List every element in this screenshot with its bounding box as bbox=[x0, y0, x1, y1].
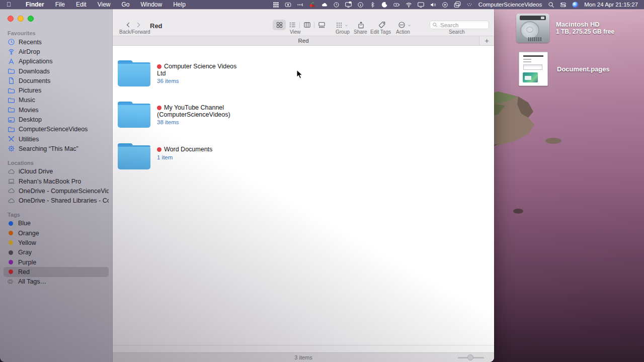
red-tag-dot-icon bbox=[9, 269, 13, 274]
sidebar-item-pictures[interactable]: Pictures bbox=[4, 85, 109, 95]
info-circle-icon[interactable] bbox=[355, 0, 367, 9]
more-bars-icon[interactable] bbox=[294, 0, 306, 9]
sidebar-item-airdrop[interactable]: AirDrop bbox=[4, 47, 109, 56]
sidebar-tag-blue[interactable]: Blue bbox=[4, 219, 109, 228]
moon-icon[interactable] bbox=[379, 0, 391, 9]
sidebar-item-documents[interactable]: Documents bbox=[4, 76, 109, 85]
sidebar-item-all-tags[interactable]: All Tags… bbox=[4, 277, 109, 287]
zoom-button[interactable] bbox=[28, 16, 34, 22]
folder-icon bbox=[117, 60, 151, 87]
group-label: Group bbox=[336, 29, 350, 35]
folder-icon bbox=[7, 125, 15, 133]
folder-item-count: 36 items bbox=[157, 78, 237, 84]
sidebar-item-label: Downloads bbox=[19, 68, 50, 75]
display-notification-icon[interactable] bbox=[343, 0, 355, 9]
sidebar-tag-red[interactable]: Red bbox=[4, 267, 109, 277]
desktop-icon-macintosh-hd[interactable]: Macintosh HD 1 TB, 275.25 GB free bbox=[516, 14, 614, 43]
file-view[interactable]: Computer Science Videos Ltd 36 items My … bbox=[113, 46, 494, 345]
search-label: Search bbox=[449, 29, 465, 35]
slider-thumb[interactable] bbox=[467, 354, 473, 360]
app-grid-icon[interactable] bbox=[270, 0, 282, 9]
display-mirror-icon[interactable] bbox=[415, 0, 427, 9]
status-bar: 3 items bbox=[113, 352, 494, 362]
gear-icon bbox=[7, 145, 15, 153]
sidebar-item-music[interactable]: Music bbox=[4, 96, 109, 105]
cloud-icon bbox=[7, 167, 15, 175]
menu-edit[interactable]: Edit bbox=[70, 0, 92, 9]
folder-item-word-documents[interactable]: Word Documents 1 item bbox=[117, 143, 237, 170]
menu-bar-clock[interactable]: Mon 24 Apr 21:15:27 bbox=[581, 2, 640, 8]
gray-tag-dot-icon bbox=[9, 250, 13, 255]
sidebar-item-searching-this-mac[interactable]: Searching “This Mac” bbox=[4, 144, 109, 153]
share-button[interactable] bbox=[357, 20, 365, 30]
sidebar-item-movies[interactable]: Movies bbox=[4, 105, 109, 115]
sidebar-item-computersciencevideos[interactable]: ComputerScienceVideos bbox=[4, 125, 109, 134]
sidebar-tag-purple[interactable]: Purple bbox=[4, 257, 109, 267]
menu-help[interactable]: Help bbox=[168, 0, 191, 9]
cloud-icon bbox=[7, 187, 15, 195]
folder-item-computer-science-videos-ltd[interactable]: Computer Science Videos Ltd 36 items bbox=[117, 60, 237, 87]
action-button[interactable] bbox=[398, 20, 412, 30]
desktop-icon-document-pages[interactable]: Document.pages bbox=[519, 52, 610, 86]
sidebar-item-label: Pictures bbox=[19, 87, 41, 94]
sidebar-item-label: All Tags… bbox=[18, 278, 46, 285]
sidebar-item-downloads[interactable]: Downloads bbox=[4, 66, 109, 76]
sidebar-item-onedrive-shared[interactable]: OneDrive - Shared Libraries - Comp… bbox=[4, 196, 109, 205]
view-list-button[interactable] bbox=[286, 20, 299, 30]
siri-icon[interactable] bbox=[569, 0, 581, 9]
sidebar-item-applications[interactable]: Applications bbox=[4, 57, 109, 66]
view-columns-button[interactable] bbox=[300, 20, 313, 30]
menu-file[interactable]: File bbox=[50, 0, 70, 9]
volume-icon[interactable] bbox=[427, 0, 439, 9]
back-forward-label: Back/Forward bbox=[119, 29, 150, 35]
folder-name: My YouTube Channel (ComputerScienceVideo… bbox=[157, 105, 237, 118]
cherry-app-icon[interactable] bbox=[306, 0, 318, 9]
spotlight-search-icon[interactable] bbox=[545, 0, 557, 9]
back-button[interactable] bbox=[125, 21, 132, 29]
tab-red[interactable]: Red bbox=[113, 38, 494, 44]
cloud-icon[interactable] bbox=[318, 0, 331, 9]
sidebar-item-onedrive[interactable]: OneDrive - ComputerScienceVideos bbox=[4, 186, 109, 196]
menu-window[interactable]: Window bbox=[135, 0, 168, 9]
clock-icon[interactable] bbox=[331, 0, 343, 9]
edit-tags-button[interactable] bbox=[378, 20, 386, 30]
group-button[interactable] bbox=[336, 20, 349, 30]
search-field[interactable] bbox=[430, 21, 489, 29]
sidebar-item-icloud-drive[interactable]: iCloud Drive bbox=[4, 167, 109, 176]
menu-finder[interactable]: Finder bbox=[20, 0, 50, 9]
battery-charging-icon[interactable] bbox=[391, 0, 403, 9]
sidebar-item-recents[interactable]: Recents bbox=[4, 37, 109, 47]
dot-cluster-icon[interactable] bbox=[463, 0, 475, 9]
active-app-text[interactable]: ComputerScienceVideos bbox=[475, 2, 545, 8]
new-tab-button[interactable]: + bbox=[479, 36, 494, 45]
menu-go[interactable]: Go bbox=[116, 0, 135, 9]
sidebar-item-label: Applications bbox=[19, 58, 52, 65]
sidebar-item-label: Desktop bbox=[19, 116, 42, 123]
sidebar-item-utilities[interactable]: Utilities bbox=[4, 134, 109, 144]
red-tag-dot-icon bbox=[157, 147, 162, 152]
window-stack-icon[interactable] bbox=[451, 0, 463, 9]
play-circle-icon[interactable] bbox=[439, 0, 451, 9]
pages-document-icon bbox=[519, 52, 548, 86]
close-button[interactable] bbox=[8, 16, 14, 22]
airdrop-icon bbox=[7, 48, 15, 56]
apple-menu-icon[interactable]:  bbox=[7, 0, 11, 9]
menu-view[interactable]: View bbox=[92, 0, 116, 9]
control-center-icon[interactable] bbox=[557, 0, 569, 9]
minimize-button[interactable] bbox=[18, 16, 24, 22]
view-icons-button[interactable] bbox=[273, 20, 286, 30]
sidebar-tag-yellow[interactable]: Yellow bbox=[4, 238, 109, 247]
bluetooth-icon[interactable] bbox=[367, 0, 379, 9]
hard-drive-icon bbox=[516, 14, 549, 43]
sidebar-item-desktop[interactable]: Desktop bbox=[4, 115, 109, 124]
icon-size-slider[interactable] bbox=[458, 353, 484, 362]
sidebar-tag-orange[interactable]: Orange bbox=[4, 228, 109, 238]
wifi-icon[interactable] bbox=[403, 0, 415, 9]
search-input[interactable] bbox=[439, 22, 487, 29]
folder-item-my-youtube-channel[interactable]: My YouTube Channel (ComputerScienceVideo… bbox=[117, 102, 237, 129]
sidebar-tag-gray[interactable]: Gray bbox=[4, 248, 109, 257]
screen-record-icon[interactable] bbox=[282, 0, 294, 9]
forward-button[interactable] bbox=[135, 21, 142, 29]
sidebar-item-macbook-pro[interactable]: Rehan’s MacBook Pro bbox=[4, 176, 109, 186]
view-gallery-button[interactable] bbox=[315, 20, 328, 30]
